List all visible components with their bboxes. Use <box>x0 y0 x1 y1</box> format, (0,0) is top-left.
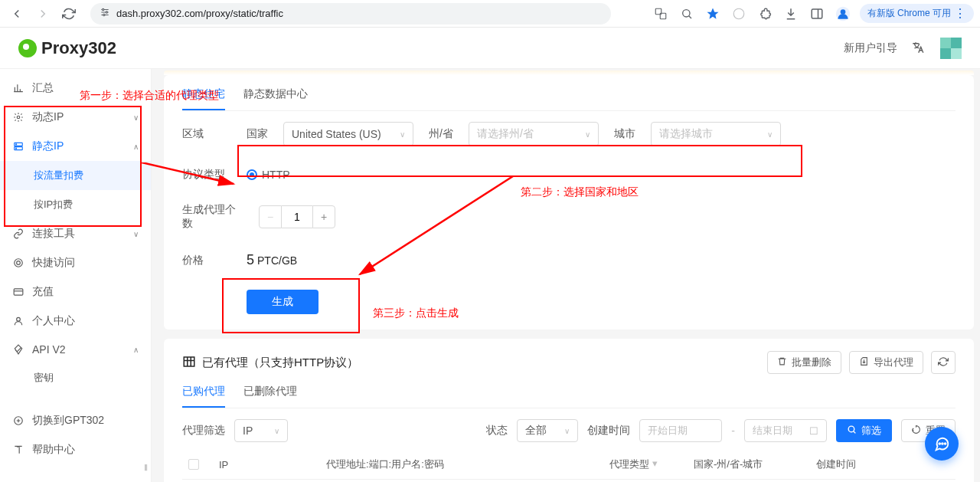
start-date-input[interactable]: 开始日期 <box>639 419 722 442</box>
reload-button[interactable] <box>58 3 80 25</box>
sidebar-item-label: 个人中心 <box>32 314 75 328</box>
export-icon <box>859 356 869 369</box>
chrome-update-pill[interactable]: 有新版 Chrome 可用 ⋮ <box>860 4 974 23</box>
trash-icon <box>777 356 787 369</box>
avatar[interactable] <box>940 38 962 59</box>
stepper-plus-button[interactable]: + <box>312 205 335 228</box>
extension-icon[interactable] <box>730 5 748 23</box>
sidebar-item-dynamic-ip[interactable]: 动态IP ∨ <box>0 103 151 132</box>
sidebar-item-api[interactable]: API V2 ∧ <box>0 336 151 363</box>
back-button[interactable] <box>6 3 28 25</box>
url-bar[interactable]: dash.proxy302.com/proxy/static/traffic <box>90 3 611 25</box>
tab-deleted[interactable]: 已删除代理 <box>243 385 297 408</box>
generate-panel: 静态住宅 静态数据中心 区域 国家 United States (US) ∨ 州… <box>164 75 974 330</box>
select-all-checkbox[interactable] <box>188 459 199 470</box>
logo[interactable]: Proxy302 <box>18 38 116 58</box>
col-location: 国家-州/省-城市 <box>688 457 810 471</box>
sidebar-item-help[interactable]: 帮助中心 <box>0 435 151 464</box>
proxy-type-tabs: 静态住宅 静态数据中心 <box>182 75 956 111</box>
generate-button[interactable]: 生成 <box>247 290 318 314</box>
main-content: 静态住宅 静态数据中心 区域 国家 United States (US) ∨ 州… <box>152 69 980 482</box>
tab-residential[interactable]: 静态住宅 <box>182 87 225 110</box>
svg-point-30 <box>945 443 946 444</box>
col-type[interactable]: 代理类型▾ <box>603 457 688 471</box>
svg-rect-21 <box>14 289 23 295</box>
sidebar-item-profile[interactable]: 个人中心 <box>0 307 151 336</box>
stepper-minus-button[interactable]: − <box>259 205 282 228</box>
protocol-label: 协议类型 <box>182 168 231 182</box>
filter-type-select[interactable]: IP ∨ <box>234 419 288 442</box>
zoom-icon[interactable] <box>678 5 696 23</box>
region-row: 区域 国家 United States (US) ∨ 州/省 请选择州/省 ∨ … <box>182 111 956 157</box>
chevron-down-icon: ∨ <box>133 230 139 238</box>
book-icon <box>12 444 24 456</box>
filter-row: 代理筛选 IP ∨ 状态 全部 ∨ 创建时间 开始日期 - 结束日期☐ 筛选 <box>182 408 956 442</box>
svg-point-2 <box>103 14 105 15</box>
svg-rect-12 <box>940 48 951 59</box>
svg-rect-11 <box>951 38 962 48</box>
sidepanel-icon[interactable] <box>808 5 826 23</box>
collapse-icon[interactable]: ⦀ <box>144 462 148 473</box>
translate-header-icon[interactable] <box>911 41 926 56</box>
status-select[interactable]: 全部 ∨ <box>517 419 578 442</box>
svg-point-5 <box>682 9 689 16</box>
tab-datacenter[interactable]: 静态数据中心 <box>243 87 308 110</box>
sidebar-item-label: 帮助中心 <box>32 443 75 457</box>
translate-icon[interactable] <box>652 5 670 23</box>
generate-row: 生成 <box>182 279 956 330</box>
tab-purchased[interactable]: 已购代理 <box>182 385 225 408</box>
stepper-value[interactable]: 1 <box>282 205 312 228</box>
puzzle-icon[interactable] <box>756 5 774 23</box>
sidebar-item-summary[interactable]: 汇总 <box>0 74 151 103</box>
sidebar: 汇总 动态IP ∨ 静态IP ∧ 按流量扣费 按IP扣费 连接工具 ∨ 快捷访问… <box>0 69 152 482</box>
city-select[interactable]: 请选择城市 ∨ <box>651 122 781 146</box>
browser-toolbar: dash.proxy302.com/proxy/static/traffic 有… <box>0 0 980 28</box>
sidebar-item-static-ip[interactable]: 静态IP ∧ <box>0 132 151 161</box>
svg-rect-13 <box>951 48 962 59</box>
logo-mark-icon <box>18 39 37 57</box>
calendar-icon: ☐ <box>809 425 818 437</box>
svg-point-29 <box>942 443 943 444</box>
forward-button[interactable] <box>32 3 54 25</box>
sidebar-sub-key[interactable]: 密钥 <box>0 363 151 392</box>
sidebar-item-tools[interactable]: 连接工具 ∨ <box>0 219 151 248</box>
filter-button[interactable]: 筛选 <box>836 419 892 442</box>
sidebar-item-label: 快捷访问 <box>32 256 75 270</box>
profile-icon[interactable] <box>834 5 852 23</box>
chrome-icon <box>12 257 24 269</box>
protocol-row: 协议类型 HTTP <box>182 157 956 192</box>
price-value: 5PTC/GB <box>247 252 297 268</box>
chat-fab[interactable] <box>925 427 959 461</box>
svg-point-18 <box>16 148 17 149</box>
sidebar-sub-ip[interactable]: 按IP扣费 <box>0 190 151 219</box>
sidebar-item-recharge[interactable]: 充值 <box>0 277 151 307</box>
region-label: 区域 <box>182 127 231 141</box>
sidebar-item-quick[interactable]: 快捷访问 <box>0 248 151 277</box>
bookmark-star-icon[interactable] <box>704 5 722 23</box>
state-label: 州/省 <box>429 127 453 141</box>
sidebar-item-label: 动态IP <box>32 110 64 124</box>
col-address: 代理地址:端口:用户名:密码 <box>320 457 603 471</box>
guide-link[interactable]: 新用户引导 <box>844 41 897 55</box>
export-button[interactable]: 导出代理 <box>849 351 923 374</box>
refresh-icon <box>938 356 949 369</box>
create-time-label: 创建时间 <box>587 424 630 438</box>
download-icon[interactable] <box>782 5 800 23</box>
protocol-radio-http[interactable]: HTTP <box>247 169 290 181</box>
svg-point-0 <box>103 8 104 10</box>
sidebar-item-label: 切换到GPT302 <box>32 414 104 428</box>
bulk-delete-button[interactable]: 批量删除 <box>767 351 841 374</box>
filter-label: 代理筛选 <box>182 424 225 438</box>
sidebar-item-gpt302[interactable]: 切换到GPT302 <box>0 406 151 435</box>
end-date-input[interactable]: 结束日期☐ <box>744 419 827 442</box>
chevron-up-icon: ∧ <box>133 346 139 354</box>
state-select[interactable]: 请选择州/省 ∨ <box>469 122 599 146</box>
proxies-panel: 已有代理（只支持HTTP协议） 批量删除 导出代理 <box>164 339 974 482</box>
country-select[interactable]: United States (US) ∨ <box>283 122 413 146</box>
sidebar-sub-traffic[interactable]: 按流量扣费 <box>0 161 151 190</box>
refresh-button[interactable] <box>931 351 956 374</box>
city-placeholder: 请选择城市 <box>659 127 713 141</box>
sidebar-item-label: API V2 <box>32 343 66 356</box>
server-icon <box>12 140 24 152</box>
col-created: 创建时间 <box>810 457 956 471</box>
